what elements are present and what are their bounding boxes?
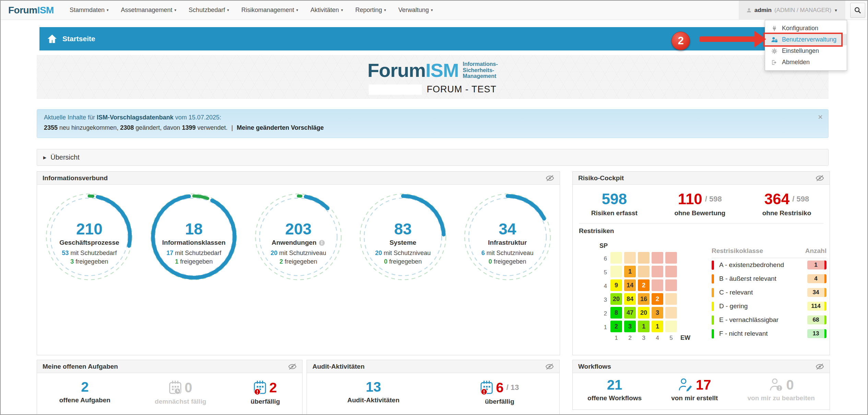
panel-title: Risiko-Cockpit xyxy=(578,174,624,182)
heatmap-cell[interactable]: 84 xyxy=(624,293,636,305)
nav-item-aktivitäten[interactable]: Aktivitäten▾ xyxy=(310,7,343,14)
table-row[interactable]: F - nicht relevant13 xyxy=(712,327,827,341)
heatmap-cell[interactable]: 16 xyxy=(638,293,650,305)
stat-value: 598 xyxy=(602,192,627,207)
heatmap-y-axis-label: SP xyxy=(599,242,608,250)
heatmap-cell[interactable]: 9 xyxy=(610,279,622,291)
stat-value-row: 0 xyxy=(748,378,815,392)
table-row[interactable]: E - vernachlässigbar68 xyxy=(712,313,827,327)
user-edit-icon xyxy=(678,378,693,392)
donut-stat-line: 0 freigegeben xyxy=(456,258,559,265)
menu-item-konfiguration[interactable]: Konfiguration xyxy=(765,23,847,34)
uebersicht-label: Übersicht xyxy=(50,153,79,161)
table-row[interactable]: A - existenzbedrohend1 xyxy=(712,258,827,272)
eye-slash-icon[interactable] xyxy=(546,175,554,182)
search-button[interactable] xyxy=(850,3,865,18)
table-row[interactable]: D - gering114 xyxy=(712,299,827,313)
stat-überfällig: 2überfällig xyxy=(251,380,280,405)
nav-item-schutzbedarf[interactable]: Schutzbedarf▾ xyxy=(189,7,229,14)
panel-title: Meine offenen Aufgaben xyxy=(43,363,118,370)
nav-item-stammdaten[interactable]: Stammdaten▾ xyxy=(70,7,109,14)
logo-part-forum: Forum xyxy=(8,5,37,15)
risk-class-count-badge: 13 xyxy=(807,329,827,338)
menu-item-abmelden[interactable]: Abmelden xyxy=(765,57,847,68)
donut-value: 83 xyxy=(352,221,454,237)
donut-content: 18Informationsklassen17 mit Schutzbedarf… xyxy=(142,221,245,265)
heatmap-row-label: 5 xyxy=(597,269,607,276)
chevron-down-icon: ▾ xyxy=(107,8,109,12)
donut-value: 203 xyxy=(247,221,350,237)
stat-label: von mir erstellt xyxy=(671,394,718,402)
nav-item-label: Verwaltung xyxy=(398,7,429,14)
chevron-down-icon: ▾ xyxy=(431,8,433,12)
heatmap-cell[interactable]: 3 xyxy=(652,307,663,319)
heatmap-cell[interactable]: 1 xyxy=(624,266,636,277)
user-role: (ADMIN / MANAGER) xyxy=(774,7,831,14)
heatmap-cell[interactable]: 3 xyxy=(624,321,636,332)
donut-chart-row: 210Geschäftsprozesse53 mit Schutzbedarf3… xyxy=(37,185,560,284)
menu-item-benutzerverwaltung[interactable]: Benutzerverwaltung xyxy=(765,34,847,45)
eye-slash-icon[interactable] xyxy=(816,175,824,182)
chevron-down-icon: ▾ xyxy=(384,8,386,12)
risk-class-label: A - existenzbedrohend xyxy=(719,261,807,269)
user-icon xyxy=(746,8,752,13)
eye-slash-icon[interactable] xyxy=(545,363,554,370)
heatmap-cell[interactable]: 47 xyxy=(624,307,636,319)
heatmap-cell[interactable]: 20 xyxy=(610,293,622,305)
heatmap-row: 12311 xyxy=(597,321,690,334)
chevron-right-icon: ▶ xyxy=(43,155,46,160)
nav-item-risikomanagement[interactable]: Risikomanagement▾ xyxy=(241,7,298,14)
risk-class-label: E - vernachlässigbar xyxy=(719,316,807,324)
heatmap-cell[interactable]: 1 xyxy=(638,321,650,332)
risk-stats-row: 598Risiken erfasst110/ 598ohne Bewertung… xyxy=(573,185,830,217)
heatmap-row: 49142 xyxy=(597,279,690,293)
nav-item-verwaltung[interactable]: Verwaltung▾ xyxy=(398,7,433,14)
heatmap-cell xyxy=(665,321,677,332)
heatmap-cell xyxy=(652,252,663,264)
table-row[interactable]: B - äußerst relevant4 xyxy=(712,272,827,286)
stat-label: von mir zu bearbeiten xyxy=(748,394,815,402)
redacted-text-block xyxy=(369,84,422,95)
panel-workflows: Workflows 21offene Workflows17von mir er… xyxy=(572,360,830,410)
eye-slash-icon[interactable] xyxy=(288,363,297,370)
info-icon[interactable] xyxy=(319,240,325,246)
stat-value-row: 110/ 598 xyxy=(674,192,725,207)
heatmap-cell[interactable]: 2 xyxy=(638,279,650,291)
donut-label: Informationsklassen xyxy=(142,239,245,246)
stat-offene-aufgaben: 2offene Aufgaben xyxy=(59,380,110,405)
heatmap-cell xyxy=(610,266,622,277)
donut-stat-line: 2 freigegeben xyxy=(247,258,350,265)
user-menu-trigger[interactable]: admin (ADMIN / MANAGER) ▼ xyxy=(739,1,845,20)
menu-item-einstellungen[interactable]: Einstellungen xyxy=(765,45,847,57)
heatmap-x-axis-label: EW xyxy=(680,334,690,342)
nav-item-label: Aktivitäten xyxy=(310,7,339,14)
app-logo[interactable]: ForumISM xyxy=(8,5,54,16)
banner-vorschlaege-link[interactable]: Meine geänderten Vorschläge xyxy=(237,124,324,131)
risk-class-color-bar xyxy=(712,274,714,284)
stat-label: Audit-Aktivitäten xyxy=(347,396,400,404)
heatmap-cell[interactable]: 8 xyxy=(610,307,622,319)
heatmap-cell[interactable]: 2 xyxy=(652,293,663,305)
workflow-stats-row: 21offene Workflows17von mir erstellt0von… xyxy=(573,373,830,402)
nav-item-assetmanagement[interactable]: Assetmanagement▾ xyxy=(121,7,176,14)
nav-item-reporting[interactable]: Reporting▾ xyxy=(355,7,386,14)
nav-item-label: Reporting xyxy=(355,7,382,14)
search-icon xyxy=(854,7,861,14)
banner-number: 2355 xyxy=(44,124,58,131)
heatmap-cell[interactable]: 2 xyxy=(610,321,622,332)
heatmap-row: 6 xyxy=(597,252,690,266)
home-icon[interactable] xyxy=(47,34,57,44)
stat-value: 13 xyxy=(366,380,381,394)
uebersicht-toggle[interactable]: ▶ Übersicht xyxy=(37,149,829,166)
risk-class-color-bar xyxy=(712,261,714,270)
panel-title: Audit-Aktivitäten xyxy=(312,363,365,370)
heatmap-cell[interactable]: 1 xyxy=(652,321,663,332)
breadcrumb[interactable]: Startseite xyxy=(62,35,95,43)
close-icon[interactable]: × xyxy=(818,112,823,122)
heatmap-cell[interactable]: 14 xyxy=(624,279,636,291)
heatmap-cell[interactable]: 20 xyxy=(638,307,650,319)
table-row[interactable]: C - relevant34 xyxy=(712,286,827,299)
donut-label: Infrastruktur xyxy=(456,239,559,246)
eye-slash-icon[interactable] xyxy=(816,363,824,370)
banner-db-link[interactable]: ISM-Vorschlagsdatenbank xyxy=(97,114,174,121)
